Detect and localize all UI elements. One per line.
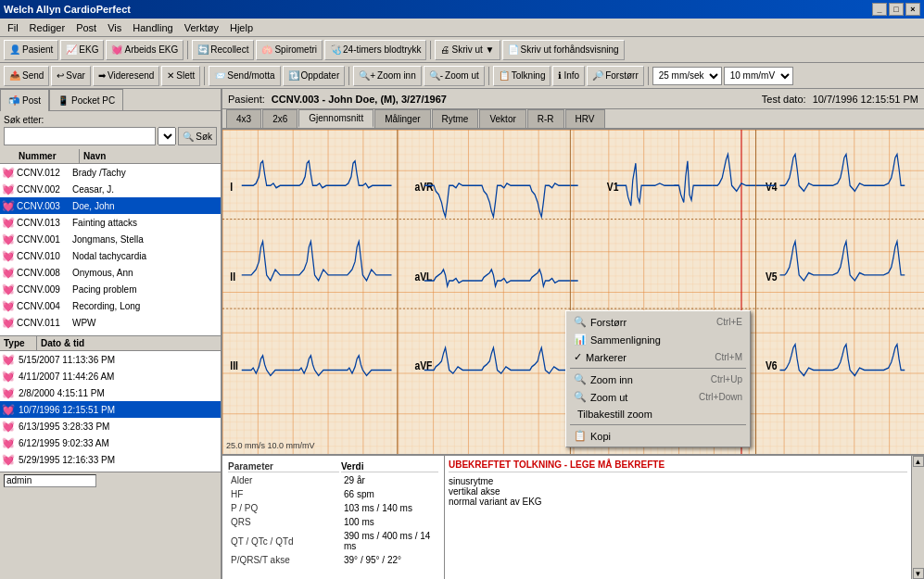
menu-verktoy[interactable]: Verktøy: [179, 20, 224, 35]
patient-row[interactable]: 💓CCNV.001Jongmans, Stella: [0, 231, 221, 247]
svar-icon: ↩: [57, 70, 64, 81]
minimize-button[interactable]: _: [872, 3, 887, 16]
menu-hjelp[interactable]: Hjelp: [224, 20, 259, 35]
print-icon: 🖨: [440, 44, 449, 55]
tab-malinger[interactable]: Målinger: [374, 109, 430, 128]
tab-vektor[interactable]: Vektor: [479, 109, 525, 128]
svg-text:aVR: aVR: [414, 182, 433, 194]
search-input[interactable]: [4, 127, 156, 145]
date-type-icon: 💓: [0, 404, 17, 416]
right-panel: Pasient: CCNV.003 - John Doe, (M), 3/27/…: [222, 89, 924, 579]
patient-ecg-icon: 💓: [0, 233, 15, 245]
date-row[interactable]: 💓6/13/1995 3:28:33 PM: [0, 418, 221, 434]
tolkning-button[interactable]: 📋 Tolkning: [493, 66, 551, 86]
ctx-zoom-ut[interactable]: 🔍 Zoom ut Ctrl+Down: [566, 388, 750, 406]
params-table: Parameter Verdi Alder29 årHF66 spmP / PQ…: [226, 459, 440, 568]
test-date-label: Test dato:: [762, 94, 806, 105]
videresend-button[interactable]: ➡ Videresend: [93, 66, 159, 86]
skriv-ut-button[interactable]: 🖨 Skriv ut ▼: [435, 40, 500, 60]
ecg-grid-container[interactable]: I II III aVR aVL aVF V1 V4 V5 V6: [222, 130, 924, 454]
checkmark-icon: ✓: [574, 351, 582, 363]
patient-row[interactable]: 💓CCNV.003Doe, John: [0, 197, 221, 214]
date-row[interactable]: 💓5/15/2007 11:13:36 PM: [0, 351, 221, 368]
menu-handling[interactable]: Handling: [127, 20, 178, 35]
menu-post[interactable]: Post: [70, 20, 102, 35]
date-list[interactable]: 💓5/15/2007 11:13:36 PM💓4/11/2007 11:44:2…: [0, 351, 221, 472]
ctx-zoom-inn[interactable]: 🔍 Zoom inn Ctrl+Up: [566, 371, 750, 388]
date-row[interactable]: 💓4/11/2007 11:44:26 AM: [0, 368, 221, 384]
separator5: [488, 67, 489, 85]
speed-dropdown[interactable]: 25 mm/sek 5 mm/sek 10 mm/sek 50 mm/sek: [652, 67, 722, 85]
search-row: 🔍 Søk: [4, 127, 217, 145]
param-row: HF66 spm: [228, 488, 438, 500]
zoom-inn-button[interactable]: 🔍+ Zoom inn: [353, 66, 422, 86]
patient-list[interactable]: 💓CCNV.012Brady /Tachy💓CCNV.002Ceasar, J.…: [0, 164, 221, 335]
param-row: QT / QTc / QTd390 ms / 400 ms / 14 ms: [228, 530, 438, 552]
menu-fil[interactable]: Fil: [2, 20, 24, 35]
send-button[interactable]: 📤 Send: [4, 66, 49, 86]
app-title: Welch Allyn CardioPerfect: [4, 4, 131, 15]
arbeids-ekg-button[interactable]: 💓 Arbeids EKG: [106, 40, 184, 60]
patient-ecg-icon: 💓: [0, 183, 15, 195]
info-button[interactable]: ℹ Info: [552, 66, 585, 86]
zoom-ut-button[interactable]: 🔍- Zoom ut: [424, 66, 485, 86]
menu-rediger[interactable]: Rediger: [24, 20, 71, 35]
blodtrykk-button[interactable]: 🩺 24-timers blodtrykk: [324, 40, 426, 60]
date-row[interactable]: 💓2/8/2000 4:15:11 PM: [0, 384, 221, 401]
scroll-down-button[interactable]: ▼: [913, 568, 924, 579]
patient-row[interactable]: 💓CCNV.008Onymous, Ann: [0, 264, 221, 281]
param-row: Alder29 år: [228, 474, 438, 486]
send-motta-button[interactable]: 📨 Send/motta: [209, 66, 280, 86]
ctx-kopi[interactable]: 📋 Kopi: [566, 427, 750, 445]
svg-text:V6: V6: [766, 360, 778, 372]
toolbar1: 👤 Pasient 📈 EKG 💓 Arbeids EKG 🔄 Recollec…: [0, 37, 924, 63]
patient-label: Pasient:: [228, 94, 265, 105]
skriv-ut-preview-button[interactable]: 📄 Skriv ut forhåndsvisning: [502, 40, 625, 60]
date-type-icon: 💓: [0, 371, 17, 383]
close-button[interactable]: ×: [905, 3, 920, 16]
pasient-button[interactable]: 👤 Pasient: [4, 40, 58, 60]
arbeids-ekg-icon: 💓: [111, 44, 122, 55]
scrollbar-right[interactable]: ▲ ▼: [911, 456, 924, 579]
tab-pocket-pc[interactable]: 📱 Pocket PC: [49, 89, 123, 111]
patient-row[interactable]: 💓CCNV.010Nodal tachycardia: [0, 247, 221, 264]
ctx-forstorr[interactable]: 🔍 Forstørr Ctrl+E: [566, 313, 750, 331]
ctx-sammenligning[interactable]: 📊 Sammenligning: [566, 331, 750, 348]
tab-gjennomsnitt[interactable]: Gjennomsnitt: [298, 109, 373, 128]
slett-button[interactable]: ✕ Slett: [161, 66, 200, 86]
tab-post[interactable]: 📬 Post: [0, 89, 49, 111]
tab-4x3[interactable]: 4x3: [226, 109, 261, 128]
search-type-dropdown[interactable]: [158, 127, 176, 145]
svg-text:V5: V5: [766, 271, 778, 283]
gain-dropdown[interactable]: 10 mm/mV 5 mm/mV 20 mm/mV 40 mm/mV: [724, 67, 793, 85]
recollect-button[interactable]: 🔄 Recollect: [192, 40, 254, 60]
date-row[interactable]: 💓6/12/1995 9:02:33 AM: [0, 434, 221, 451]
patient-row[interactable]: 💓CCNV.009Pacing problem: [0, 281, 221, 297]
date-row[interactable]: 💓5/29/1995 12:16:33 PM: [0, 451, 221, 468]
patient-row[interactable]: 💓CCNV.012Brady /Tachy: [0, 164, 221, 181]
tab-r-r[interactable]: R-R: [527, 109, 564, 128]
date-type-icon: 💓: [0, 421, 17, 433]
menu-vis[interactable]: Vis: [102, 20, 127, 35]
tab-rytme[interactable]: Rytme: [432, 109, 479, 128]
tab-hrv[interactable]: HRV: [565, 109, 605, 128]
tolkning-icon: 📋: [499, 70, 510, 81]
ctx-markerer[interactable]: ✓ Markerer Ctrl+M: [566, 348, 750, 366]
zoom-inn-ctx-icon: 🔍: [574, 373, 587, 385]
search-button[interactable]: 🔍 Søk: [178, 127, 217, 145]
ctx-tilbakestill[interactable]: Tilbakestill zoom: [566, 406, 750, 422]
svar-button[interactable]: ↩ Svar: [51, 66, 91, 86]
oppdater-button[interactable]: 🔃 Oppdater: [283, 66, 346, 86]
date-row[interactable]: 💓10/7/1996 12:15:51 PM: [0, 401, 221, 418]
patient-row[interactable]: 💓CCNV.004Recording, Long: [0, 297, 221, 314]
patient-row[interactable]: 💓CCNV.013Fainting attacks: [0, 214, 221, 231]
patient-row[interactable]: 💓CCNV.011WPW: [0, 314, 221, 331]
spirometri-button[interactable]: 🫁 Spirometri: [256, 40, 323, 60]
svg-text:III: III: [230, 360, 238, 372]
tab-2x6[interactable]: 2x6: [262, 109, 297, 128]
ekg-button[interactable]: 📈 EKG: [60, 40, 104, 60]
forstorr-toolbar-button[interactable]: 🔎 Forstørr: [587, 66, 644, 86]
patient-row[interactable]: 💓CCNV.002Ceasar, J.: [0, 181, 221, 197]
scroll-up-button[interactable]: ▲: [913, 456, 924, 467]
maximize-button[interactable]: □: [889, 3, 904, 16]
